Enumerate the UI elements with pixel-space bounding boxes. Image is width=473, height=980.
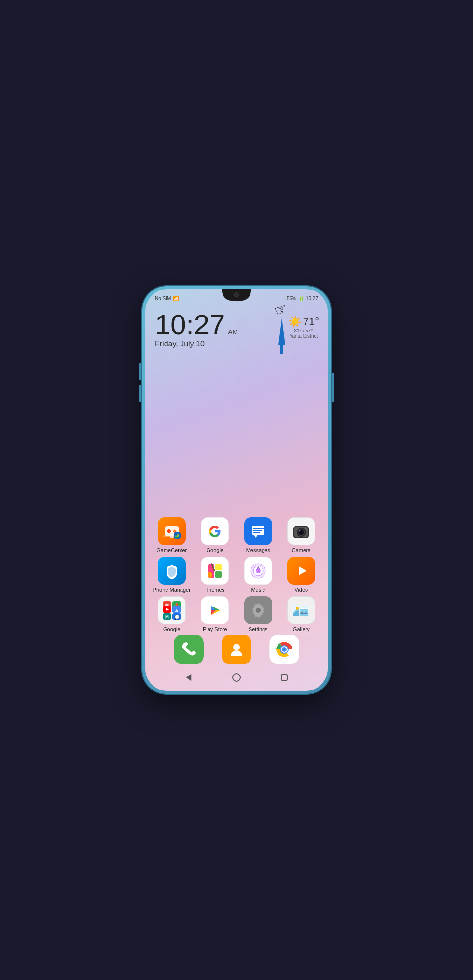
themes-icon — [201, 557, 229, 585]
wifi-icon: 📶 — [173, 296, 179, 301]
app-messages[interactable]: Messages — [239, 517, 278, 553]
svg-marker-34 — [299, 566, 306, 575]
svg-rect-26 — [215, 564, 222, 570]
settings-label: Settings — [249, 626, 268, 632]
clock-time-value: 10:27 — [155, 311, 225, 339]
app-row-3: M 📍 M — [150, 596, 323, 632]
settings-icon — [244, 596, 272, 624]
sun-icon: ☀️ — [288, 316, 301, 328]
svg-point-7 — [173, 531, 174, 532]
app-row-2: Phone Manager Themes — [150, 557, 323, 593]
gamecenter-icon: 🧩 — [158, 517, 186, 545]
themes-label: Themes — [205, 587, 224, 593]
sim-status: No SIM — [155, 296, 171, 301]
dock — [145, 635, 328, 664]
weather-widget[interactable]: ☀️ 71° 81° / 57° Yanta District — [288, 316, 319, 339]
clock-status: 10:27 — [306, 296, 318, 301]
svg-rect-63 — [281, 675, 287, 680]
dock-contacts[interactable] — [222, 635, 251, 664]
svg-rect-16 — [253, 532, 260, 533]
google-label: Google — [207, 547, 223, 553]
weather-range: 81° / 57° — [288, 328, 319, 333]
svg-point-60 — [282, 647, 287, 652]
app-row-1: 🧩 GameCenter — [150, 517, 323, 553]
gamecenter-label: GameCenter — [156, 547, 187, 553]
battery-percent: 56% — [287, 296, 296, 301]
svg-rect-55 — [300, 609, 308, 616]
app-playstore[interactable]: Play Store — [195, 596, 234, 632]
nav-bar — [145, 668, 328, 687]
svg-text:💬: 💬 — [174, 614, 180, 620]
svg-point-8 — [175, 531, 176, 532]
video-label: Video — [294, 587, 308, 593]
camera-label: Camera — [292, 547, 311, 553]
volume-up-button[interactable] — [139, 363, 141, 380]
svg-text:♪: ♪ — [257, 568, 259, 574]
app-music[interactable]: ♪ Music — [239, 557, 278, 593]
app-settings[interactable]: Settings — [239, 596, 278, 632]
messages-icon — [244, 517, 272, 545]
app-gamecenter[interactable]: 🧩 GameCenter — [153, 517, 191, 553]
svg-marker-61 — [186, 674, 191, 681]
google-icon-container — [201, 517, 229, 545]
svg-text:M: M — [165, 614, 169, 620]
playstore-label: Play Store — [203, 626, 227, 632]
clock-date: Friday, July 10 — [155, 340, 318, 348]
notch — [222, 289, 251, 301]
playstore-icon — [201, 596, 229, 624]
weather-temp: 71° — [303, 316, 319, 328]
svg-rect-15 — [253, 530, 262, 531]
svg-point-23 — [299, 530, 301, 532]
gallery-icon — [287, 596, 315, 624]
dock-chrome-icon — [269, 635, 299, 664]
svg-rect-4 — [167, 530, 171, 532]
app-phonemanager[interactable]: Phone Manager — [153, 557, 191, 593]
svg-point-51 — [256, 608, 261, 613]
svg-rect-14 — [253, 528, 264, 529]
google-folder-icon: M 📍 M — [158, 596, 186, 624]
dock-phone[interactable] — [174, 635, 204, 664]
front-camera — [234, 292, 239, 297]
music-icon: ♪ — [244, 557, 272, 585]
phonemanager-icon — [158, 557, 186, 585]
messages-label: Messages — [246, 547, 270, 553]
phonemanager-label: Phone Manager — [153, 587, 191, 593]
phone-frame: No SIM 📶 56% 🔋 10:27 10:27 AM Friday, Ju… — [142, 286, 331, 694]
clock-ampm: AM — [228, 329, 238, 335]
svg-marker-17 — [254, 535, 258, 538]
volume-down-button[interactable] — [139, 385, 141, 402]
app-camera[interactable]: Camera — [282, 517, 320, 553]
status-left: No SIM 📶 — [155, 296, 179, 301]
google-folder-label: Google — [163, 626, 180, 632]
app-google-folder[interactable]: M 📍 M — [153, 596, 191, 632]
svg-point-56 — [233, 644, 240, 650]
svg-text:🧩: 🧩 — [175, 534, 180, 538]
status-right: 56% 🔋 10:27 — [287, 296, 318, 301]
nav-home-button[interactable] — [229, 670, 244, 685]
svg-rect-24 — [305, 528, 307, 530]
music-label: Music — [251, 587, 265, 593]
phone-screen: No SIM 📶 56% 🔋 10:27 10:27 AM Friday, Ju… — [145, 289, 328, 691]
nav-back-button[interactable] — [181, 670, 196, 685]
video-icon — [287, 557, 315, 585]
app-google[interactable]: Google — [195, 517, 234, 553]
dock-chrome[interactable] — [269, 635, 299, 664]
dock-phone-icon — [174, 635, 204, 664]
dock-contacts-icon — [222, 635, 251, 664]
svg-point-53 — [296, 607, 299, 610]
gallery-label: Gallery — [293, 626, 310, 632]
app-themes[interactable]: Themes — [195, 557, 234, 593]
nav-recents-button[interactable] — [277, 670, 292, 685]
camera-icon — [287, 517, 315, 545]
app-video[interactable]: Video — [282, 557, 320, 593]
svg-point-62 — [233, 674, 240, 681]
battery-icon: 🔋 — [298, 296, 304, 301]
app-gallery[interactable]: Gallery — [282, 596, 320, 632]
svg-rect-27 — [215, 571, 222, 578]
power-button[interactable] — [332, 373, 334, 402]
app-grid: 🧩 GameCenter — [145, 517, 328, 643]
weather-location: Yanta District — [288, 333, 319, 339]
